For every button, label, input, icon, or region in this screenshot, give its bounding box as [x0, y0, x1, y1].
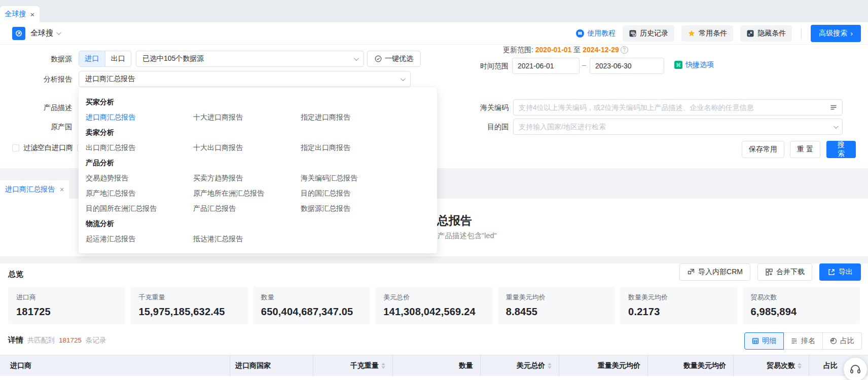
tab-close-icon[interactable]: × — [30, 10, 35, 19]
favorite-conditions-button[interactable]: 常用条件 — [681, 25, 733, 42]
report-option[interactable]: 指定进口商报告 — [301, 110, 408, 126]
browser-tab-bar: 全球搜 × — [0, 0, 868, 22]
sort-carets-icon[interactable] — [798, 363, 802, 369]
report-option[interactable]: 海关编码汇总报告 — [301, 171, 408, 186]
reset-button[interactable]: 重 置 — [790, 141, 820, 158]
chevron-down-icon[interactable] — [56, 30, 61, 35]
results-table-header: 进口商进口商国家千克重量数量美元总价重量美元均价数量美元均价贸易次数占比 — [0, 355, 868, 376]
view-tab-proportion-label: 占比 — [840, 336, 854, 346]
report-option[interactable]: 指定出口商报告 — [301, 141, 408, 156]
table-column-label: 贸易次数 — [767, 361, 795, 370]
segment-import[interactable]: 进口 — [79, 51, 105, 66]
section-divider — [0, 256, 868, 263]
report-option[interactable]: 产品汇总报告 — [193, 202, 301, 217]
export-label: 导出 — [839, 268, 853, 277]
report-option[interactable]: 交易趋势报告 — [86, 171, 193, 186]
table-column-header[interactable]: 进口商国家 — [230, 355, 313, 376]
list-menu-icon[interactable] — [830, 104, 837, 111]
tutorial-button[interactable]: 使用教程 — [576, 29, 616, 38]
quick-pick-button[interactable]: 一键优选 — [367, 51, 421, 67]
report-option[interactable]: 出口商汇总报告 — [86, 141, 193, 156]
table-column-header[interactable]: 贸易次数 — [734, 355, 809, 376]
sort-up-icon — [798, 363, 802, 365]
dest-country-label: 目的国 — [458, 119, 509, 135]
favorite-conditions-label: 常用条件 — [699, 29, 727, 38]
report-option[interactable]: 买卖方趋势报告 — [193, 171, 301, 186]
star-icon — [688, 29, 696, 37]
date-range-dash: – — [582, 61, 586, 69]
view-tab-proportion[interactable]: 占比 — [823, 332, 862, 350]
quick-options-label: 快捷选项 — [685, 60, 714, 69]
report-option[interactable]: 目的国所在洲汇总报告 — [86, 202, 193, 217]
sort-carets-icon[interactable] — [381, 363, 385, 369]
report-tab-importer-summary[interactable]: 进口商汇总报告 × — [0, 180, 69, 199]
report-option[interactable]: 抵达港汇总报告 — [193, 232, 301, 247]
report-group-title: 物流分析 — [86, 217, 408, 232]
overview-card: 千克重量15,975,185,632.45 — [130, 287, 247, 324]
table-column-header[interactable]: 数量美元均价 — [648, 355, 734, 376]
segment-export[interactable]: 出口 — [105, 51, 131, 66]
hs-code-input[interactable] — [519, 103, 826, 111]
checkbox[interactable] — [12, 144, 19, 151]
quick-options-button[interactable]: ⌘ 快捷选项 — [674, 60, 714, 69]
dest-country-input[interactable] — [519, 123, 829, 131]
advanced-search-label: 高级搜索 — [819, 29, 847, 38]
match-suffix: 条记录 — [86, 336, 106, 345]
history-button[interactable]: 历史记录 — [623, 25, 674, 42]
table-column-header[interactable]: 数量 — [393, 355, 481, 376]
sort-down-icon — [548, 366, 552, 369]
save-favorite-button[interactable]: 保存常用 — [742, 141, 784, 158]
import-crm-button[interactable]: 导入内部CRM — [679, 263, 750, 281]
support-headset-button[interactable] — [844, 358, 867, 380]
data-source-select[interactable]: 已选中105个数据源 — [136, 51, 364, 67]
table-column-header[interactable]: 重量美元均价 — [559, 355, 648, 376]
search-button[interactable]: 搜 索 — [826, 141, 856, 158]
table-column-header[interactable]: 美元总价 — [481, 355, 559, 376]
pie-chart-icon — [830, 337, 837, 345]
view-tab-ranking[interactable]: 排名 — [784, 332, 823, 350]
match-count: 181725 — [59, 336, 82, 344]
report-type-select[interactable]: 进口商汇总报告 — [79, 71, 411, 87]
advanced-search-button[interactable]: 高级搜索 › — [811, 25, 861, 42]
overview-card-label: 美元总价 — [383, 293, 484, 302]
table-column-header[interactable]: 进口商 — [0, 355, 230, 376]
merge-download-button[interactable]: 合并下载 — [757, 263, 812, 281]
quick-options-icon: ⌘ — [674, 61, 682, 69]
table-column-header[interactable]: 千克重量 — [313, 355, 393, 376]
overview-actions: 导入内部CRM 合并下载 导出 — [679, 263, 861, 281]
dest-country-field[interactable] — [513, 119, 843, 135]
browser-tab-globalsearch[interactable]: 全球搜 × — [0, 6, 40, 22]
divider — [801, 28, 802, 39]
hide-conditions-button[interactable]: 隐藏条件 — [740, 25, 792, 42]
report-option[interactable]: 十大进口商报告 — [193, 110, 301, 126]
overview-section: 总览 导入内部CRM 合并下载 导出 进口商181725千克重量15,975,1… — [0, 263, 868, 324]
report-option[interactable]: 数据源汇总报告 — [301, 202, 408, 217]
date-end-field[interactable] — [590, 58, 664, 74]
product-desc-label: 产品描述 — [21, 99, 72, 116]
report-option[interactable]: 起运港汇总报告 — [86, 232, 193, 247]
sort-down-icon — [798, 366, 802, 369]
view-mode-tabs: 明细 排名 占比 — [744, 332, 862, 350]
sort-down-icon — [381, 366, 385, 369]
report-option[interactable]: 原产地所在洲汇总报告 — [193, 186, 301, 202]
hs-code-field[interactable] — [513, 99, 843, 116]
report-option[interactable]: 目的国汇总报告 — [301, 186, 408, 202]
view-tab-detail[interactable]: 明细 — [744, 332, 784, 350]
filter-blank-importer-label: 过滤空白进口商 — [23, 143, 73, 153]
view-tab-ranking-label: 排名 — [801, 336, 815, 346]
date-start-field[interactable] — [512, 58, 580, 74]
tab-close-icon[interactable]: × — [60, 185, 64, 194]
check-circle-icon — [375, 55, 382, 62]
date-end-input[interactable] — [595, 62, 687, 70]
export-button[interactable]: 导出 — [819, 263, 861, 281]
app-logo-icon — [12, 27, 25, 40]
overview-card-label: 贸易次数 — [751, 293, 852, 302]
sort-carets-icon[interactable] — [548, 363, 552, 369]
overview-card-value: 15,975,185,632.45 — [138, 306, 239, 318]
hide-conditions-label: 隐藏条件 — [757, 29, 786, 38]
report-option[interactable]: 十大出口商报告 — [193, 141, 301, 156]
table-column-label: 美元总价 — [517, 361, 545, 370]
report-option[interactable]: 原产地汇总报告 — [86, 186, 193, 202]
report-option[interactable]: 进口商汇总报告 — [86, 110, 193, 126]
help-icon[interactable]: ? — [621, 46, 628, 54]
